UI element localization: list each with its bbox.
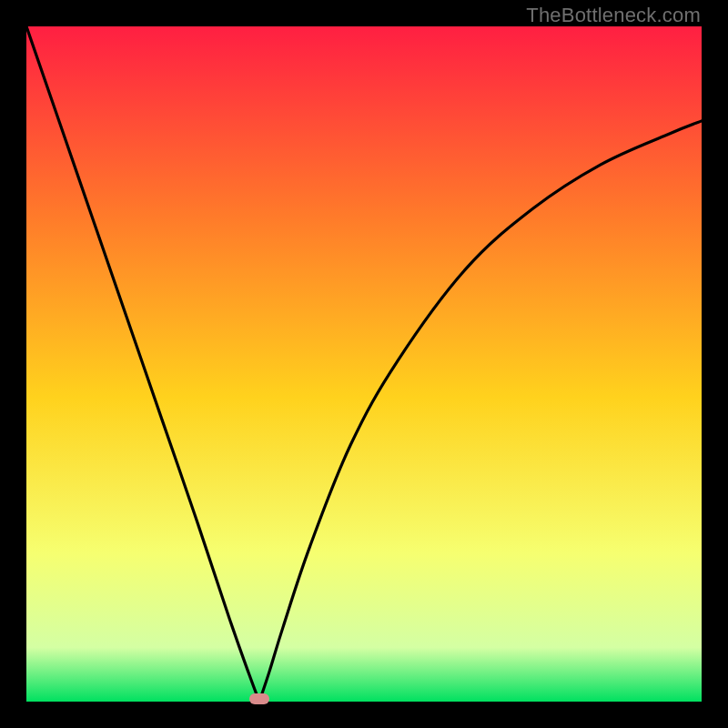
bottleneck-chart (26, 26, 702, 702)
chart-frame (26, 26, 702, 702)
minimum-marker (249, 693, 269, 704)
gradient-background (26, 26, 702, 702)
watermark-text: TheBottleneck.com (526, 4, 701, 27)
